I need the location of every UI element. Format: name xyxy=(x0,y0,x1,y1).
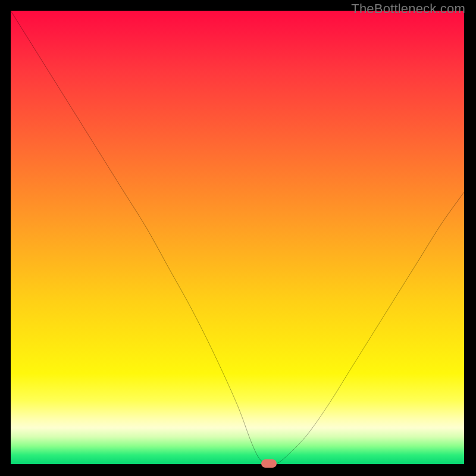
optimum-marker xyxy=(261,459,277,468)
chart-frame: TheBottleneck.com xyxy=(0,0,476,476)
plot-area xyxy=(11,11,464,464)
bottleneck-curve xyxy=(11,11,464,464)
